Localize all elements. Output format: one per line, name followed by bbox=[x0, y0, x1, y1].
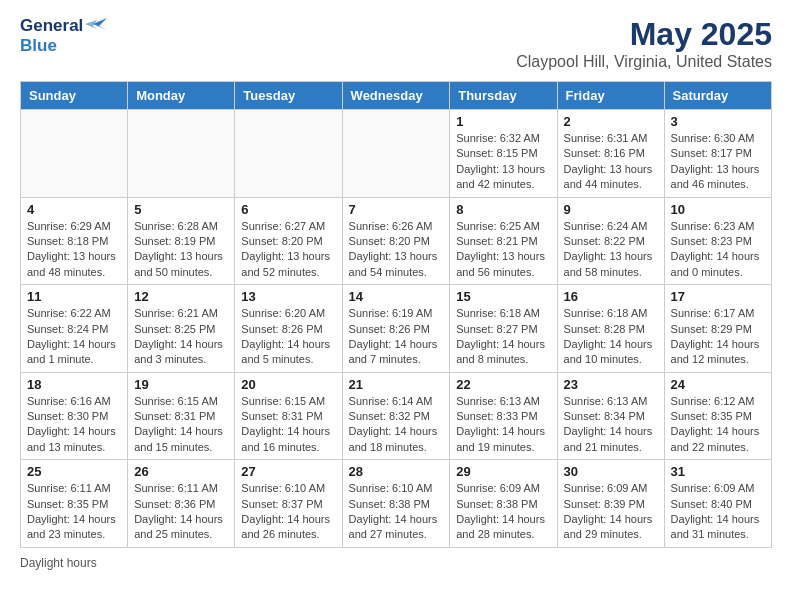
day-info: Sunrise: 6:24 AM Sunset: 8:22 PM Dayligh… bbox=[564, 219, 658, 281]
calendar-cell: 31Sunrise: 6:09 AM Sunset: 8:40 PM Dayli… bbox=[664, 460, 771, 548]
day-number: 25 bbox=[27, 464, 121, 479]
title-block: May 2025 Claypool Hill, Virginia, United… bbox=[516, 16, 772, 71]
day-number: 23 bbox=[564, 377, 658, 392]
day-info: Sunrise: 6:11 AM Sunset: 8:36 PM Dayligh… bbox=[134, 481, 228, 543]
day-info: Sunrise: 6:09 AM Sunset: 8:39 PM Dayligh… bbox=[564, 481, 658, 543]
calendar-table: SundayMondayTuesdayWednesdayThursdayFrid… bbox=[20, 81, 772, 548]
calendar-cell bbox=[235, 110, 342, 198]
calendar-cell: 28Sunrise: 6:10 AM Sunset: 8:38 PM Dayli… bbox=[342, 460, 450, 548]
day-info: Sunrise: 6:31 AM Sunset: 8:16 PM Dayligh… bbox=[564, 131, 658, 193]
calendar-cell: 9Sunrise: 6:24 AM Sunset: 8:22 PM Daylig… bbox=[557, 197, 664, 285]
day-number: 26 bbox=[134, 464, 228, 479]
page-title: May 2025 bbox=[516, 16, 772, 53]
calendar-day-header: Friday bbox=[557, 82, 664, 110]
calendar-cell: 22Sunrise: 6:13 AM Sunset: 8:33 PM Dayli… bbox=[450, 372, 557, 460]
day-number: 12 bbox=[134, 289, 228, 304]
day-info: Sunrise: 6:21 AM Sunset: 8:25 PM Dayligh… bbox=[134, 306, 228, 368]
calendar-cell bbox=[21, 110, 128, 198]
day-info: Sunrise: 6:14 AM Sunset: 8:32 PM Dayligh… bbox=[349, 394, 444, 456]
day-info: Sunrise: 6:17 AM Sunset: 8:29 PM Dayligh… bbox=[671, 306, 765, 368]
calendar-cell: 4Sunrise: 6:29 AM Sunset: 8:18 PM Daylig… bbox=[21, 197, 128, 285]
calendar-footer: Daylight hours bbox=[20, 556, 772, 570]
day-info: Sunrise: 6:23 AM Sunset: 8:23 PM Dayligh… bbox=[671, 219, 765, 281]
logo-general: General bbox=[20, 16, 83, 36]
day-info: Sunrise: 6:18 AM Sunset: 8:28 PM Dayligh… bbox=[564, 306, 658, 368]
calendar-cell: 14Sunrise: 6:19 AM Sunset: 8:26 PM Dayli… bbox=[342, 285, 450, 373]
calendar-cell: 26Sunrise: 6:11 AM Sunset: 8:36 PM Dayli… bbox=[128, 460, 235, 548]
day-info: Sunrise: 6:13 AM Sunset: 8:33 PM Dayligh… bbox=[456, 394, 550, 456]
day-number: 19 bbox=[134, 377, 228, 392]
day-number: 15 bbox=[456, 289, 550, 304]
day-number: 9 bbox=[564, 202, 658, 217]
day-number: 28 bbox=[349, 464, 444, 479]
calendar-cell: 20Sunrise: 6:15 AM Sunset: 8:31 PM Dayli… bbox=[235, 372, 342, 460]
day-info: Sunrise: 6:15 AM Sunset: 8:31 PM Dayligh… bbox=[134, 394, 228, 456]
day-number: 2 bbox=[564, 114, 658, 129]
day-number: 20 bbox=[241, 377, 335, 392]
calendar-cell bbox=[128, 110, 235, 198]
day-number: 21 bbox=[349, 377, 444, 392]
calendar-cell: 24Sunrise: 6:12 AM Sunset: 8:35 PM Dayli… bbox=[664, 372, 771, 460]
day-info: Sunrise: 6:25 AM Sunset: 8:21 PM Dayligh… bbox=[456, 219, 550, 281]
day-info: Sunrise: 6:10 AM Sunset: 8:37 PM Dayligh… bbox=[241, 481, 335, 543]
day-number: 27 bbox=[241, 464, 335, 479]
day-info: Sunrise: 6:09 AM Sunset: 8:40 PM Dayligh… bbox=[671, 481, 765, 543]
daylight-hours-label: Daylight hours bbox=[20, 556, 97, 570]
day-info: Sunrise: 6:18 AM Sunset: 8:27 PM Dayligh… bbox=[456, 306, 550, 368]
calendar-cell: 30Sunrise: 6:09 AM Sunset: 8:39 PM Dayli… bbox=[557, 460, 664, 548]
calendar-day-header: Thursday bbox=[450, 82, 557, 110]
calendar-cell bbox=[342, 110, 450, 198]
day-info: Sunrise: 6:28 AM Sunset: 8:19 PM Dayligh… bbox=[134, 219, 228, 281]
day-number: 22 bbox=[456, 377, 550, 392]
logo-blue: Blue bbox=[20, 36, 57, 56]
day-info: Sunrise: 6:16 AM Sunset: 8:30 PM Dayligh… bbox=[27, 394, 121, 456]
calendar-cell: 17Sunrise: 6:17 AM Sunset: 8:29 PM Dayli… bbox=[664, 285, 771, 373]
day-number: 10 bbox=[671, 202, 765, 217]
calendar-cell: 18Sunrise: 6:16 AM Sunset: 8:30 PM Dayli… bbox=[21, 372, 128, 460]
calendar-cell: 11Sunrise: 6:22 AM Sunset: 8:24 PM Dayli… bbox=[21, 285, 128, 373]
day-info: Sunrise: 6:20 AM Sunset: 8:26 PM Dayligh… bbox=[241, 306, 335, 368]
day-info: Sunrise: 6:12 AM Sunset: 8:35 PM Dayligh… bbox=[671, 394, 765, 456]
day-info: Sunrise: 6:27 AM Sunset: 8:20 PM Dayligh… bbox=[241, 219, 335, 281]
day-info: Sunrise: 6:09 AM Sunset: 8:38 PM Dayligh… bbox=[456, 481, 550, 543]
calendar-day-header: Monday bbox=[128, 82, 235, 110]
calendar-week-row: 1Sunrise: 6:32 AM Sunset: 8:15 PM Daylig… bbox=[21, 110, 772, 198]
day-number: 4 bbox=[27, 202, 121, 217]
calendar-day-header: Wednesday bbox=[342, 82, 450, 110]
day-info: Sunrise: 6:22 AM Sunset: 8:24 PM Dayligh… bbox=[27, 306, 121, 368]
day-info: Sunrise: 6:30 AM Sunset: 8:17 PM Dayligh… bbox=[671, 131, 765, 193]
day-number: 24 bbox=[671, 377, 765, 392]
calendar-cell: 21Sunrise: 6:14 AM Sunset: 8:32 PM Dayli… bbox=[342, 372, 450, 460]
calendar-cell: 13Sunrise: 6:20 AM Sunset: 8:26 PM Dayli… bbox=[235, 285, 342, 373]
calendar-cell: 7Sunrise: 6:26 AM Sunset: 8:20 PM Daylig… bbox=[342, 197, 450, 285]
day-number: 6 bbox=[241, 202, 335, 217]
calendar-week-row: 11Sunrise: 6:22 AM Sunset: 8:24 PM Dayli… bbox=[21, 285, 772, 373]
calendar-cell: 12Sunrise: 6:21 AM Sunset: 8:25 PM Dayli… bbox=[128, 285, 235, 373]
day-info: Sunrise: 6:15 AM Sunset: 8:31 PM Dayligh… bbox=[241, 394, 335, 456]
day-info: Sunrise: 6:19 AM Sunset: 8:26 PM Dayligh… bbox=[349, 306, 444, 368]
calendar-cell: 3Sunrise: 6:30 AM Sunset: 8:17 PM Daylig… bbox=[664, 110, 771, 198]
day-info: Sunrise: 6:11 AM Sunset: 8:35 PM Dayligh… bbox=[27, 481, 121, 543]
calendar-cell: 8Sunrise: 6:25 AM Sunset: 8:21 PM Daylig… bbox=[450, 197, 557, 285]
day-info: Sunrise: 6:10 AM Sunset: 8:38 PM Dayligh… bbox=[349, 481, 444, 543]
logo: General Blue bbox=[20, 16, 107, 56]
calendar-cell: 1Sunrise: 6:32 AM Sunset: 8:15 PM Daylig… bbox=[450, 110, 557, 198]
day-info: Sunrise: 6:26 AM Sunset: 8:20 PM Dayligh… bbox=[349, 219, 444, 281]
day-number: 29 bbox=[456, 464, 550, 479]
page-subtitle: Claypool Hill, Virginia, United States bbox=[516, 53, 772, 71]
calendar-cell: 19Sunrise: 6:15 AM Sunset: 8:31 PM Dayli… bbox=[128, 372, 235, 460]
day-number: 5 bbox=[134, 202, 228, 217]
day-number: 1 bbox=[456, 114, 550, 129]
page-header: General Blue May 2025 Claypool Hill, Vir… bbox=[20, 16, 772, 71]
calendar-cell: 23Sunrise: 6:13 AM Sunset: 8:34 PM Dayli… bbox=[557, 372, 664, 460]
calendar-week-row: 18Sunrise: 6:16 AM Sunset: 8:30 PM Dayli… bbox=[21, 372, 772, 460]
day-number: 11 bbox=[27, 289, 121, 304]
day-number: 30 bbox=[564, 464, 658, 479]
day-number: 17 bbox=[671, 289, 765, 304]
day-number: 7 bbox=[349, 202, 444, 217]
calendar-cell: 29Sunrise: 6:09 AM Sunset: 8:38 PM Dayli… bbox=[450, 460, 557, 548]
calendar-day-header: Tuesday bbox=[235, 82, 342, 110]
calendar-week-row: 25Sunrise: 6:11 AM Sunset: 8:35 PM Dayli… bbox=[21, 460, 772, 548]
day-number: 3 bbox=[671, 114, 765, 129]
calendar-cell: 5Sunrise: 6:28 AM Sunset: 8:19 PM Daylig… bbox=[128, 197, 235, 285]
